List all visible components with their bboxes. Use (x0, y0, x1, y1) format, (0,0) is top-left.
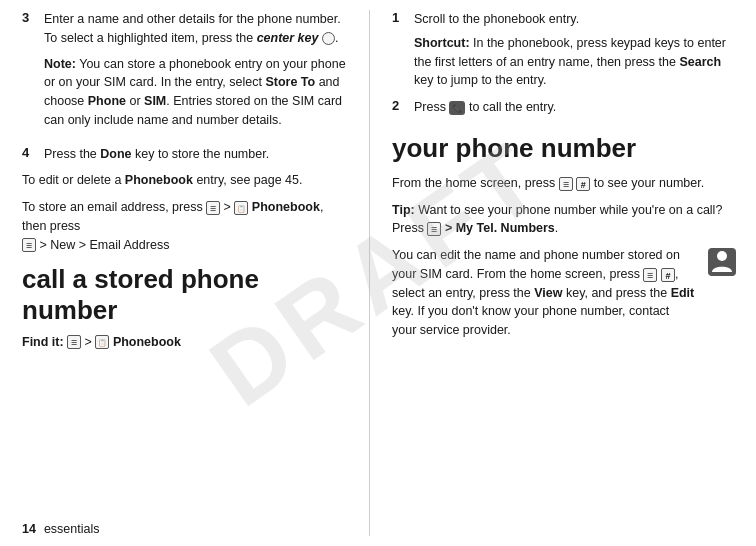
footer-label: essentials (44, 522, 100, 536)
right-para1-pre: From the home screen, press (392, 176, 559, 190)
right-step1-text: Scroll to the phonebook entry. (414, 12, 579, 26)
find-it-label: Find it: (22, 335, 64, 349)
find-it-sep: > (81, 335, 95, 349)
menu-icon-right1: ☰ (559, 177, 573, 191)
menu-icon-left: ☰ (206, 201, 220, 215)
edit-delete-para: To edit or delete a Phonebook entry, see… (22, 171, 351, 190)
hash-icon-right2: # (661, 268, 675, 282)
right-step-1-content: Scroll to the phonebook entry. Shortcut:… (414, 10, 738, 90)
step-3-text2: . (335, 31, 338, 45)
center-key-icon (322, 32, 335, 45)
right-step-2-content: Press 📞 to call the entry. (414, 98, 738, 117)
right-column: 1 Scroll to the phonebook entry. Shortcu… (370, 10, 756, 536)
step-4: 4 Press the Done key to store the number… (22, 145, 351, 164)
step-4-text1: Press the (44, 147, 100, 161)
step-4-number: 4 (22, 145, 40, 160)
your-phone-heading: your phone number (392, 133, 738, 164)
right-step-2-number: 2 (392, 98, 410, 113)
right-step2-text1: Press (414, 100, 449, 114)
page-container: DRAFT 3 Enter a name and other details f… (0, 0, 756, 546)
store-to-label: Store To (265, 75, 315, 89)
search-label: Search (679, 55, 721, 69)
done-label: Done (100, 147, 131, 161)
tip-menu: > My Tel. Numbers (441, 221, 554, 235)
para2-mid1: > (220, 200, 234, 214)
call-stored-heading: call a stored phone number (22, 264, 351, 326)
phonebook-label-inline: Phonebook (125, 173, 193, 187)
step-3-content: Enter a name and other details for the p… (44, 10, 351, 137)
page-footer: 14essentials (22, 522, 100, 536)
menu-icon-findit: ☰ (67, 335, 81, 349)
view-label: View (534, 286, 562, 300)
note-label: Note: (44, 57, 76, 71)
tip-label: Tip: (392, 203, 415, 217)
right-step-1: 1 Scroll to the phonebook entry. Shortcu… (392, 10, 738, 90)
right-step-2: 2 Press 📞 to call the entry. (392, 98, 738, 117)
right-para2: You can edit the name and phone number s… (392, 246, 738, 340)
phonebook-icon-left: 📋 (234, 201, 248, 215)
right-step2-text2: to call the entry. (465, 100, 556, 114)
step-3-number: 3 (22, 10, 40, 25)
right-step-1-number: 1 (392, 10, 410, 25)
phone-label: Phone (88, 94, 126, 108)
center-key-label: center key (257, 31, 319, 45)
email-para: To store an email address, press ☰ > 📋 P… (22, 198, 351, 254)
para2-pre: To store an email address, press (22, 200, 206, 214)
para1b-text: entry, see page 45. (193, 173, 303, 187)
para1-text: To edit or delete a (22, 173, 125, 187)
menu-icon-left2: ☰ (22, 238, 36, 252)
svg-point-1 (717, 251, 727, 261)
step-4-content: Press the Done key to store the number. (44, 145, 351, 164)
shortcut-block: Shortcut: In the phonebook, press keypad… (414, 34, 738, 90)
right-para1-post: to see your number. (590, 176, 704, 190)
find-it: Find it: ☰ > 📋 Phonebook (22, 335, 351, 350)
right-para2-text: You can edit the name and phone number s… (392, 248, 680, 281)
shortcut-label: Shortcut: (414, 36, 470, 50)
step-4-text2: key to store the number. (132, 147, 270, 161)
find-it-phonebook: Phonebook (113, 335, 181, 349)
left-column: 3 Enter a name and other details for the… (0, 10, 370, 536)
note-text3: or (126, 94, 144, 108)
tip-block: Tip: Want to see your phone number while… (392, 201, 738, 239)
menu-icon-tip: ☰ (427, 222, 441, 236)
call-icon: 📞 (449, 101, 465, 115)
right-para2-mid2: key, and press the (562, 286, 670, 300)
a-sim-icon (706, 246, 738, 278)
para2-phonebook: Phonebook (252, 200, 320, 214)
step-3-note: Note: You can store a phonebook entry on… (44, 55, 351, 130)
footer-number: 14 (22, 522, 36, 536)
right-para1: From the home screen, press ☰ # to see y… (392, 174, 738, 193)
para2-end: > New > Email Address (36, 238, 169, 252)
menu-icon-right2: ☰ (643, 268, 657, 282)
phonebook-icon-findit: 📋 (95, 335, 109, 349)
edit-label: Edit (671, 286, 695, 300)
hash-icon-right1: # (576, 177, 590, 191)
sim-label: SIM (144, 94, 166, 108)
right-para2-end: key. If you don't know your phone number… (392, 304, 669, 337)
step-3: 3 Enter a name and other details for the… (22, 10, 351, 137)
shortcut-text2: key to jump to the entry. (414, 73, 546, 87)
tip-text2: . (555, 221, 558, 235)
